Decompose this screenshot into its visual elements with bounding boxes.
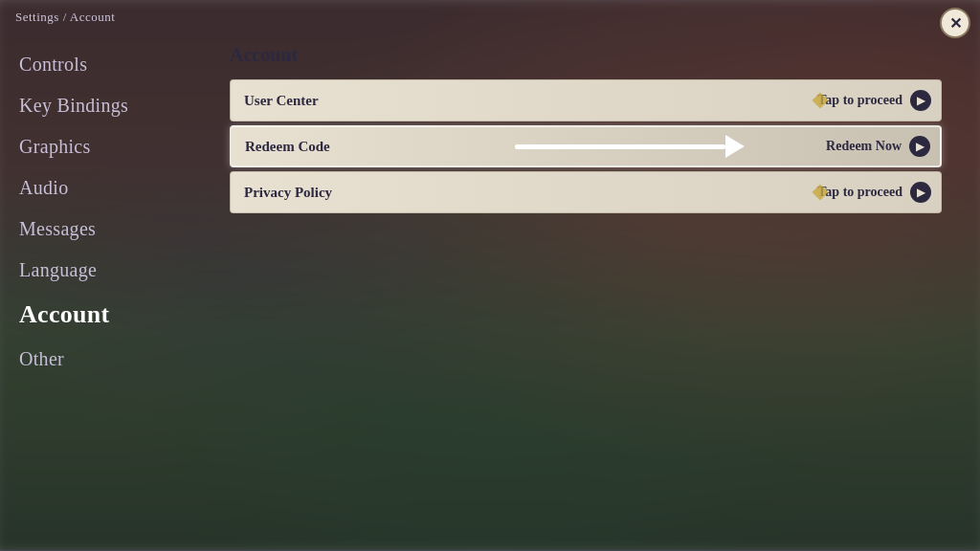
settings-row-redeem-code[interactable]: Redeem CodeRedeem Now▶ <box>230 125 942 167</box>
row-arrow-circle-user-center[interactable]: ▶ <box>910 90 931 111</box>
row-right-redeem-code: Redeem Now▶ <box>826 136 940 157</box>
settings-row-user-center[interactable]: User CenterTap to proceed▶ <box>230 79 942 121</box>
arrow-line <box>515 144 725 149</box>
sidebar-item-graphics[interactable]: Graphics <box>19 126 191 167</box>
row-action-user-center: Tap to proceed <box>817 93 902 108</box>
row-action-privacy-policy: Tap to proceed <box>817 185 902 200</box>
main-content: Account User CenterTap to proceed▶Redeem… <box>211 34 980 532</box>
row-left-user-center: User Center <box>231 93 319 109</box>
section-title: Account <box>230 44 942 66</box>
sidebar-item-controls[interactable]: Controls <box>19 44 191 85</box>
redeem-arrow-indicator <box>515 135 745 158</box>
row-label-user-center: User Center <box>244 93 319 109</box>
sidebar-item-audio[interactable]: Audio <box>19 167 191 209</box>
row-arrow-circle-privacy-policy[interactable]: ▶ <box>910 182 931 203</box>
row-arrow-circle-redeem-code[interactable]: ▶ <box>909 136 930 157</box>
sidebar-item-language[interactable]: Language <box>19 250 191 291</box>
sidebar-item-messages[interactable]: Messages <box>19 209 191 250</box>
row-right-user-center: Tap to proceed▶ <box>817 90 941 111</box>
content-area: ControlsKey BindingsGraphicsAudioMessage… <box>0 34 980 551</box>
settings-row-privacy-policy[interactable]: Privacy PolicyTap to proceed▶ <box>230 171 942 213</box>
close-button[interactable]: ✕ <box>940 8 970 38</box>
row-right-privacy-policy: Tap to proceed▶ <box>817 182 941 203</box>
sidebar-item-key-bindings[interactable]: Key Bindings <box>19 85 191 126</box>
row-label-privacy-policy: Privacy Policy <box>244 185 332 201</box>
row-label-redeem-code: Redeem Code <box>245 139 330 155</box>
row-left-redeem-code: Redeem Code <box>232 139 330 155</box>
sidebar: ControlsKey BindingsGraphicsAudioMessage… <box>0 34 211 532</box>
settings-panel: Settings / Account ControlsKey BindingsG… <box>0 0 980 551</box>
sidebar-item-account[interactable]: Account <box>19 291 191 339</box>
sidebar-item-other[interactable]: Other <box>19 339 191 380</box>
row-action-redeem-code: Redeem Now <box>826 139 902 154</box>
breadcrumb: Settings / Account <box>0 0 980 34</box>
row-left-privacy-policy: Privacy Policy <box>231 185 332 201</box>
arrow-head <box>725 135 745 158</box>
